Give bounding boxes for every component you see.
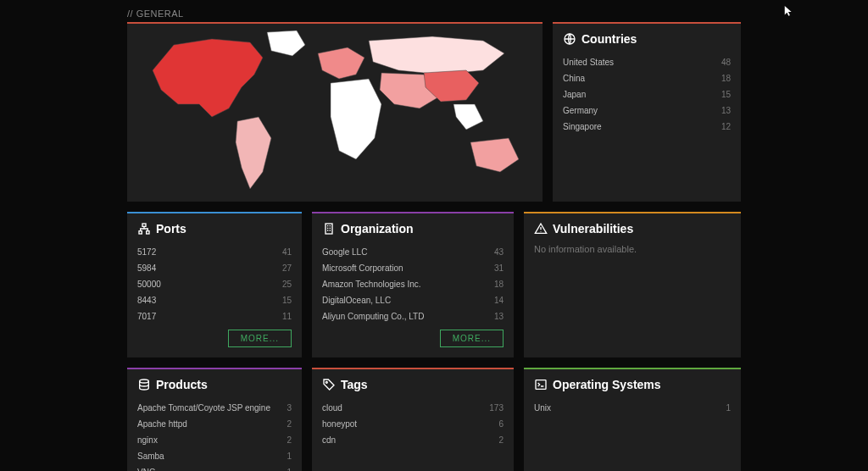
os-card: Operating Systems Unix1 [524, 368, 741, 471]
tags-list: cloud173honeypot6cdn2 [322, 400, 504, 448]
organization-card: Organization Google LLC43Microsoft Corpo… [312, 212, 514, 357]
list-item-count: 2 [287, 419, 292, 429]
list-item-label: Google LLC [322, 247, 367, 257]
disk-icon [137, 378, 151, 391]
list-item-count: 18 [721, 74, 731, 83]
list-item-count: 48 [721, 58, 731, 67]
list-item-count: 43 [494, 247, 504, 257]
list-item-count: 15 [721, 90, 731, 99]
list-item-label: Singapore [563, 122, 602, 131]
countries-list: United States48China18Japan15Germany13Si… [563, 54, 731, 135]
vulnerabilities-empty: No information available. [534, 244, 731, 254]
list-item-label: cloud [322, 403, 342, 413]
list-item[interactable]: Apache httpd2 [137, 416, 292, 432]
list-item-label: nginx [137, 435, 158, 445]
list-item-count: 41 [282, 247, 292, 257]
list-item[interactable]: 844315 [137, 292, 292, 308]
list-item[interactable]: DigitalOcean, LLC14 [322, 292, 504, 308]
list-item[interactable]: 5000025 [137, 276, 292, 292]
building-icon [322, 222, 336, 236]
list-item[interactable]: Aliyun Computing Co., LTD13 [322, 308, 504, 324]
section-header: // GENERAL [127, 8, 741, 19]
list-item-label: Germany [563, 106, 598, 115]
list-item[interactable]: China18 [563, 70, 731, 86]
list-item-count: 3 [287, 403, 292, 413]
warning-icon [534, 222, 548, 236]
organization-title: Organization [341, 222, 414, 236]
list-item[interactable]: Unix1 [534, 400, 731, 416]
list-item-count: 173 [489, 403, 504, 413]
os-list: Unix1 [534, 400, 731, 416]
list-item-count: 2 [287, 435, 292, 445]
list-item-count: 1 [287, 452, 292, 461]
list-item-label: 8443 [137, 296, 156, 305]
svg-rect-3 [147, 231, 149, 234]
list-item-label: China [563, 74, 585, 83]
sitemap-icon [137, 222, 151, 236]
os-title: Operating Systems [553, 378, 661, 391]
terminal-icon [534, 378, 548, 391]
list-item-label: 5984 [137, 263, 156, 273]
list-item-label: United States [563, 58, 614, 67]
list-item[interactable]: honeypot6 [322, 416, 504, 432]
list-item-count: 1 [726, 403, 731, 413]
list-item[interactable]: cdn2 [322, 432, 504, 448]
list-item[interactable]: cloud173 [322, 400, 504, 416]
list-item-count: 14 [494, 296, 504, 305]
list-item[interactable]: 517241 [137, 244, 292, 260]
world-map[interactable] [127, 24, 542, 202]
list-item[interactable]: Japan15 [563, 86, 731, 103]
list-item-label: 50000 [137, 280, 161, 289]
vulnerabilities-card: Vulnerabilities No information available… [524, 212, 741, 357]
list-item-label: Amazon Technologies Inc. [322, 280, 421, 289]
list-item[interactable]: Google LLC43 [322, 244, 504, 260]
ports-more-button[interactable]: MORE... [228, 330, 292, 347]
list-item-label: honeypot [322, 419, 357, 429]
svg-rect-7 [536, 380, 546, 390]
list-item-label: Apache httpd [137, 419, 187, 429]
list-item[interactable]: United States48 [563, 54, 731, 70]
list-item[interactable]: Amazon Technologies Inc.18 [322, 276, 504, 292]
countries-card: Countries United States48China18Japan15G… [553, 22, 741, 202]
ports-card: Ports 5172415984275000025844315701711 MO… [127, 212, 302, 357]
list-item-count: 27 [282, 263, 292, 273]
svg-point-5 [140, 380, 149, 383]
list-item-label: 7017 [137, 312, 156, 321]
products-title: Products [156, 378, 208, 391]
list-item-label: Samba [137, 452, 164, 461]
list-item-count: 2 [498, 435, 504, 445]
products-list: Apache Tomcat/Coyote JSP engine3Apache h… [137, 400, 292, 471]
list-item-count: 25 [282, 280, 292, 289]
ports-list: 5172415984275000025844315701711 [137, 244, 292, 324]
tags-card: Tags cloud173honeypot6cdn2 [312, 368, 514, 471]
list-item-label: Microsoft Corporation [322, 263, 403, 273]
list-item-label: Unix [534, 403, 551, 413]
list-item-count: 18 [494, 280, 504, 289]
list-item[interactable]: Germany13 [563, 103, 731, 119]
list-item-count: 31 [494, 263, 504, 273]
svg-rect-1 [142, 224, 146, 226]
tags-title: Tags [341, 378, 368, 391]
organization-more-button[interactable]: MORE... [440, 330, 504, 347]
list-item-count: 6 [498, 419, 504, 429]
ports-title: Ports [156, 222, 186, 236]
list-item[interactable]: Microsoft Corporation31 [322, 260, 504, 276]
list-item[interactable]: Samba1 [137, 448, 292, 464]
list-item[interactable]: 598427 [137, 260, 292, 276]
list-item[interactable]: VNC1 [137, 464, 292, 471]
list-item[interactable]: 701711 [137, 308, 292, 324]
list-item-count: 1 [287, 468, 292, 471]
list-item-label: VNC [137, 468, 155, 471]
svg-rect-2 [139, 231, 142, 234]
list-item-count: 15 [282, 296, 292, 305]
products-card: Products Apache Tomcat/Coyote JSP engine… [127, 368, 302, 471]
list-item[interactable]: Singapore12 [563, 119, 731, 135]
list-item[interactable]: nginx2 [137, 432, 292, 448]
countries-title: Countries [581, 32, 637, 46]
organization-list: Google LLC43Microsoft Corporation31Amazo… [322, 244, 504, 324]
list-item-label: Apache Tomcat/Coyote JSP engine [137, 403, 270, 413]
svg-rect-4 [326, 224, 332, 234]
list-item-label: 5172 [137, 247, 156, 257]
list-item[interactable]: Apache Tomcat/Coyote JSP engine3 [137, 400, 292, 416]
list-item-label: cdn [322, 435, 336, 445]
